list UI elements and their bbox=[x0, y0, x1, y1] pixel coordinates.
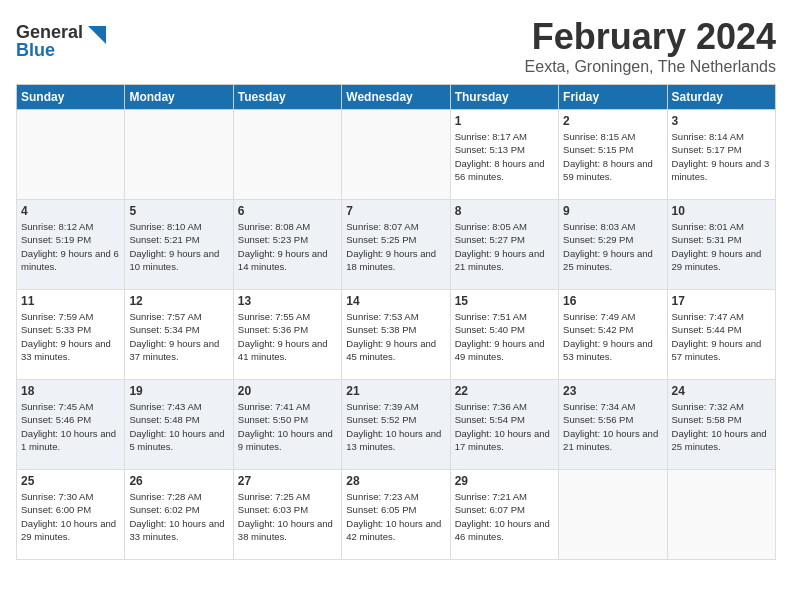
calendar-cell: 28Sunrise: 7:23 AMSunset: 6:05 PMDayligh… bbox=[342, 470, 450, 560]
calendar-cell: 9Sunrise: 8:03 AMSunset: 5:29 PMDaylight… bbox=[559, 200, 667, 290]
calendar-cell bbox=[17, 110, 125, 200]
weekday-header-thursday: Thursday bbox=[450, 85, 558, 110]
calendar-cell bbox=[233, 110, 341, 200]
calendar-cell: 16Sunrise: 7:49 AMSunset: 5:42 PMDayligh… bbox=[559, 290, 667, 380]
logo-svg: General Blue bbox=[16, 16, 106, 66]
day-info: Sunrise: 8:05 AMSunset: 5:27 PMDaylight:… bbox=[455, 220, 554, 273]
day-number: 1 bbox=[455, 114, 554, 128]
day-info: Sunrise: 7:36 AMSunset: 5:54 PMDaylight:… bbox=[455, 400, 554, 453]
title-block: February 2024 Eexta, Groningen, The Neth… bbox=[525, 16, 776, 76]
day-number: 26 bbox=[129, 474, 228, 488]
calendar-cell: 11Sunrise: 7:59 AMSunset: 5:33 PMDayligh… bbox=[17, 290, 125, 380]
calendar-row-3: 18Sunrise: 7:45 AMSunset: 5:46 PMDayligh… bbox=[17, 380, 776, 470]
calendar-cell bbox=[559, 470, 667, 560]
day-info: Sunrise: 7:59 AMSunset: 5:33 PMDaylight:… bbox=[21, 310, 120, 363]
calendar-cell: 21Sunrise: 7:39 AMSunset: 5:52 PMDayligh… bbox=[342, 380, 450, 470]
calendar-cell: 3Sunrise: 8:14 AMSunset: 5:17 PMDaylight… bbox=[667, 110, 775, 200]
calendar-cell: 7Sunrise: 8:07 AMSunset: 5:25 PMDaylight… bbox=[342, 200, 450, 290]
day-number: 29 bbox=[455, 474, 554, 488]
day-number: 2 bbox=[563, 114, 662, 128]
day-info: Sunrise: 7:34 AMSunset: 5:56 PMDaylight:… bbox=[563, 400, 662, 453]
calendar-row-0: 1Sunrise: 8:17 AMSunset: 5:13 PMDaylight… bbox=[17, 110, 776, 200]
day-number: 23 bbox=[563, 384, 662, 398]
calendar-cell: 18Sunrise: 7:45 AMSunset: 5:46 PMDayligh… bbox=[17, 380, 125, 470]
day-number: 4 bbox=[21, 204, 120, 218]
calendar-table: SundayMondayTuesdayWednesdayThursdayFrid… bbox=[16, 84, 776, 560]
day-info: Sunrise: 7:23 AMSunset: 6:05 PMDaylight:… bbox=[346, 490, 445, 543]
day-number: 13 bbox=[238, 294, 337, 308]
day-number: 7 bbox=[346, 204, 445, 218]
day-number: 10 bbox=[672, 204, 771, 218]
day-info: Sunrise: 7:39 AMSunset: 5:52 PMDaylight:… bbox=[346, 400, 445, 453]
calendar-cell: 23Sunrise: 7:34 AMSunset: 5:56 PMDayligh… bbox=[559, 380, 667, 470]
day-info: Sunrise: 8:12 AMSunset: 5:19 PMDaylight:… bbox=[21, 220, 120, 273]
day-info: Sunrise: 7:30 AMSunset: 6:00 PMDaylight:… bbox=[21, 490, 120, 543]
calendar-cell bbox=[125, 110, 233, 200]
day-info: Sunrise: 7:21 AMSunset: 6:07 PMDaylight:… bbox=[455, 490, 554, 543]
calendar-cell: 22Sunrise: 7:36 AMSunset: 5:54 PMDayligh… bbox=[450, 380, 558, 470]
day-number: 20 bbox=[238, 384, 337, 398]
calendar-cell: 1Sunrise: 8:17 AMSunset: 5:13 PMDaylight… bbox=[450, 110, 558, 200]
day-info: Sunrise: 7:47 AMSunset: 5:44 PMDaylight:… bbox=[672, 310, 771, 363]
day-info: Sunrise: 7:32 AMSunset: 5:58 PMDaylight:… bbox=[672, 400, 771, 453]
day-number: 27 bbox=[238, 474, 337, 488]
calendar-cell: 24Sunrise: 7:32 AMSunset: 5:58 PMDayligh… bbox=[667, 380, 775, 470]
weekday-header-sunday: Sunday bbox=[17, 85, 125, 110]
day-number: 22 bbox=[455, 384, 554, 398]
day-info: Sunrise: 8:17 AMSunset: 5:13 PMDaylight:… bbox=[455, 130, 554, 183]
day-number: 6 bbox=[238, 204, 337, 218]
day-info: Sunrise: 7:45 AMSunset: 5:46 PMDaylight:… bbox=[21, 400, 120, 453]
day-number: 15 bbox=[455, 294, 554, 308]
day-number: 8 bbox=[455, 204, 554, 218]
weekday-header-saturday: Saturday bbox=[667, 85, 775, 110]
weekday-header-monday: Monday bbox=[125, 85, 233, 110]
calendar-cell: 17Sunrise: 7:47 AMSunset: 5:44 PMDayligh… bbox=[667, 290, 775, 380]
calendar-cell: 19Sunrise: 7:43 AMSunset: 5:48 PMDayligh… bbox=[125, 380, 233, 470]
day-info: Sunrise: 7:57 AMSunset: 5:34 PMDaylight:… bbox=[129, 310, 228, 363]
day-number: 25 bbox=[21, 474, 120, 488]
page-header: General Blue February 2024 Eexta, Gronin… bbox=[16, 16, 776, 76]
day-number: 17 bbox=[672, 294, 771, 308]
calendar-cell: 10Sunrise: 8:01 AMSunset: 5:31 PMDayligh… bbox=[667, 200, 775, 290]
calendar-cell: 13Sunrise: 7:55 AMSunset: 5:36 PMDayligh… bbox=[233, 290, 341, 380]
weekday-header-wednesday: Wednesday bbox=[342, 85, 450, 110]
svg-marker-2 bbox=[88, 26, 106, 44]
calendar-row-1: 4Sunrise: 8:12 AMSunset: 5:19 PMDaylight… bbox=[17, 200, 776, 290]
day-info: Sunrise: 7:51 AMSunset: 5:40 PMDaylight:… bbox=[455, 310, 554, 363]
day-info: Sunrise: 8:03 AMSunset: 5:29 PMDaylight:… bbox=[563, 220, 662, 273]
calendar-cell: 5Sunrise: 8:10 AMSunset: 5:21 PMDaylight… bbox=[125, 200, 233, 290]
day-info: Sunrise: 7:28 AMSunset: 6:02 PMDaylight:… bbox=[129, 490, 228, 543]
day-info: Sunrise: 7:55 AMSunset: 5:36 PMDaylight:… bbox=[238, 310, 337, 363]
calendar-cell: 27Sunrise: 7:25 AMSunset: 6:03 PMDayligh… bbox=[233, 470, 341, 560]
calendar-cell bbox=[342, 110, 450, 200]
day-number: 24 bbox=[672, 384, 771, 398]
location-title: Eexta, Groningen, The Netherlands bbox=[525, 58, 776, 76]
calendar-row-2: 11Sunrise: 7:59 AMSunset: 5:33 PMDayligh… bbox=[17, 290, 776, 380]
calendar-row-4: 25Sunrise: 7:30 AMSunset: 6:00 PMDayligh… bbox=[17, 470, 776, 560]
day-info: Sunrise: 7:25 AMSunset: 6:03 PMDaylight:… bbox=[238, 490, 337, 543]
day-number: 16 bbox=[563, 294, 662, 308]
day-info: Sunrise: 8:10 AMSunset: 5:21 PMDaylight:… bbox=[129, 220, 228, 273]
day-info: Sunrise: 7:41 AMSunset: 5:50 PMDaylight:… bbox=[238, 400, 337, 453]
day-number: 18 bbox=[21, 384, 120, 398]
svg-text:General: General bbox=[16, 22, 83, 42]
calendar-cell bbox=[667, 470, 775, 560]
calendar-cell: 8Sunrise: 8:05 AMSunset: 5:27 PMDaylight… bbox=[450, 200, 558, 290]
day-info: Sunrise: 8:08 AMSunset: 5:23 PMDaylight:… bbox=[238, 220, 337, 273]
day-number: 14 bbox=[346, 294, 445, 308]
calendar-cell: 15Sunrise: 7:51 AMSunset: 5:40 PMDayligh… bbox=[450, 290, 558, 380]
calendar-cell: 20Sunrise: 7:41 AMSunset: 5:50 PMDayligh… bbox=[233, 380, 341, 470]
day-info: Sunrise: 8:07 AMSunset: 5:25 PMDaylight:… bbox=[346, 220, 445, 273]
day-info: Sunrise: 8:14 AMSunset: 5:17 PMDaylight:… bbox=[672, 130, 771, 183]
day-number: 12 bbox=[129, 294, 228, 308]
day-number: 21 bbox=[346, 384, 445, 398]
calendar-cell: 4Sunrise: 8:12 AMSunset: 5:19 PMDaylight… bbox=[17, 200, 125, 290]
calendar-cell: 2Sunrise: 8:15 AMSunset: 5:15 PMDaylight… bbox=[559, 110, 667, 200]
calendar-cell: 12Sunrise: 7:57 AMSunset: 5:34 PMDayligh… bbox=[125, 290, 233, 380]
day-info: Sunrise: 7:43 AMSunset: 5:48 PMDaylight:… bbox=[129, 400, 228, 453]
day-number: 9 bbox=[563, 204, 662, 218]
month-title: February 2024 bbox=[525, 16, 776, 58]
weekday-header-tuesday: Tuesday bbox=[233, 85, 341, 110]
svg-text:Blue: Blue bbox=[16, 40, 55, 60]
day-number: 3 bbox=[672, 114, 771, 128]
